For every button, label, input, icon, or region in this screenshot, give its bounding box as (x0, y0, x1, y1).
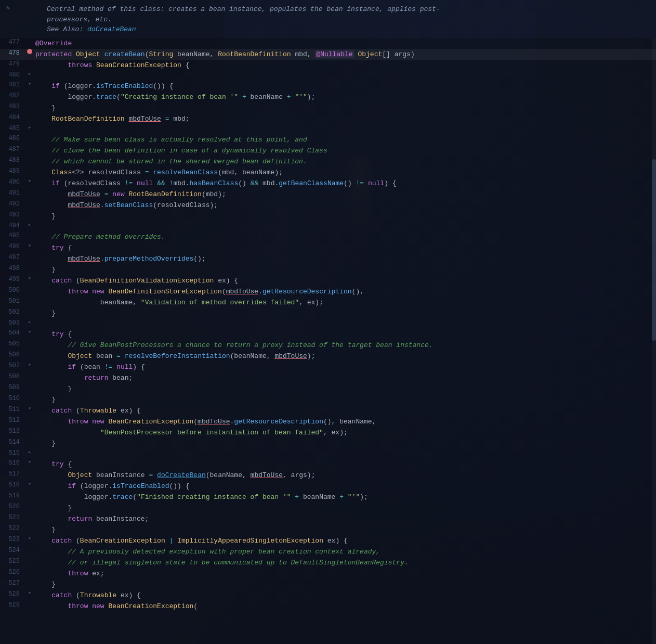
line-content: catch (BeanCreationException | Implicitl… (34, 535, 656, 546)
table-row: 497 mbdToUse.prepareMethodOverrides(); (0, 253, 656, 264)
table-row: 526 throw ex; (0, 568, 656, 579)
table-row: 498 } (0, 264, 656, 275)
table-row: 491 mbdToUse = new RootBeanDefinition(mb… (0, 189, 656, 200)
line-content: @Override (34, 38, 656, 49)
fold-arrow[interactable]: ▸ (28, 319, 31, 325)
line-number: 522 (0, 524, 25, 532)
line-content (34, 449, 656, 450)
line-number: 485 (0, 124, 25, 132)
line-content: Object bean = resolveBeforeInstantiation… (34, 351, 656, 362)
fold-arrow[interactable]: ▾ (28, 590, 31, 596)
line-gutter: ▾ (25, 590, 34, 596)
table-row: 508 return bean; (0, 372, 656, 383)
table-row: 479 throws BeanCreationException { (0, 60, 656, 71)
line-number: 480 (0, 71, 25, 79)
line-content: throw new BeanCreationException(mbdToUse… (34, 416, 656, 427)
line-content: return beanInstance; (34, 513, 656, 524)
table-row: 493 } (0, 211, 656, 222)
fold-arrow[interactable]: ▾ (28, 481, 31, 487)
line-content: mbdToUse.setBeanClass(resolvedClass); (34, 200, 656, 211)
line-content: catch (Throwable ex) { (34, 590, 656, 601)
line-number: 527 (0, 579, 25, 587)
line-number: 523 (0, 535, 25, 543)
fold-arrow[interactable]: ▸ (28, 449, 31, 455)
table-row: 528 ▾ catch (Throwable ex) { (0, 590, 656, 601)
fold-arrow[interactable]: ▾ (28, 275, 31, 281)
line-number: 487 (0, 145, 25, 153)
line-number: 516 (0, 459, 25, 467)
table-row: 506 Object bean = resolveBeforeInstantia… (0, 351, 656, 362)
table-row: 509 } (0, 383, 656, 394)
line-content: // Give BeanPostProcessors a chance to r… (34, 340, 656, 351)
fold-arrow[interactable]: ▾ (28, 242, 31, 249)
fold-arrow[interactable]: ▾ (28, 178, 31, 184)
line-gutter: ▾ (25, 81, 34, 87)
line-number: 524 (0, 546, 25, 554)
fold-arrow[interactable]: ▾ (28, 329, 31, 335)
fold-arrow[interactable]: ▾ (28, 405, 31, 411)
line-gutter: ▾ (25, 275, 34, 281)
line-content: } (34, 579, 656, 590)
line-number: 519 (0, 492, 25, 499)
fold-arrow[interactable]: ▸ (28, 124, 31, 131)
see-also-link[interactable]: doCreateBean (87, 25, 136, 33)
line-number: 494 (0, 222, 25, 229)
line-gutter: ▸ (25, 71, 34, 77)
line-content: // which cannot be stored in the shared … (34, 156, 656, 167)
line-content: logger.trace("Creating instance of bean … (34, 92, 656, 102)
line-number: 521 (0, 513, 25, 521)
fold-arrow[interactable]: ▸ (28, 222, 31, 228)
line-number: 477 (0, 38, 25, 46)
table-row: 507 ▾ if (bean != null) { (0, 362, 656, 372)
line-content: try { (34, 329, 656, 340)
table-row: 485 ▸ (0, 124, 656, 134)
line-number: 497 (0, 253, 25, 261)
line-number: 503 (0, 319, 25, 327)
line-number: 483 (0, 102, 25, 110)
line-content: logger.trace("Finished creating instance… (34, 492, 656, 503)
table-row: 511 ▾ catch (Throwable ex) { (0, 405, 656, 416)
table-row: 499 ▾ catch (BeanDefinitionValidationExc… (0, 275, 656, 286)
table-row: 523 ▾ catch (BeanCreationException | Imp… (0, 535, 656, 546)
line-number: 493 (0, 211, 25, 218)
line-number: 508 (0, 372, 25, 380)
table-row: 481 ▾ if (logger.isTraceEnabled()) { (0, 81, 656, 92)
fold-arrow[interactable]: ▾ (28, 362, 31, 368)
line-number: 511 (0, 405, 25, 413)
fold-arrow[interactable]: ▾ (28, 535, 31, 542)
line-gutter: ▾ (25, 362, 34, 368)
line-number: 488 (0, 156, 25, 164)
code-area[interactable]: 477 @Override 478 protected Object creat… (0, 38, 656, 645)
table-row: 478 protected Object createBean(String b… (0, 49, 656, 60)
line-number: 500 (0, 286, 25, 294)
line-content (34, 222, 656, 223)
line-content: } (34, 438, 656, 449)
line-content: if (logger.isTraceEnabled()) { (34, 81, 656, 92)
table-row: 505 // Give BeanPostProcessors a chance … (0, 340, 656, 351)
line-content: catch (Throwable ex) { (34, 405, 656, 416)
scrollbar[interactable] (652, 38, 656, 645)
line-gutter (25, 49, 34, 54)
breakpoint-indicator (27, 49, 32, 54)
line-gutter: ▸ (25, 449, 34, 455)
table-row: 525 // or illegal singleton state to be … (0, 557, 656, 568)
line-content: } (34, 394, 656, 405)
line-number: 501 (0, 297, 25, 305)
table-row: 502 } (0, 308, 656, 319)
line-content: // Make sure bean class is actually reso… (34, 134, 656, 145)
doc-comment: ✎ Central method of this class: creates … (0, 0, 656, 38)
line-number: 518 (0, 481, 25, 488)
line-content: // or illegal singleton state to be comm… (34, 557, 656, 568)
line-number: 512 (0, 416, 25, 424)
line-content: } (34, 308, 656, 319)
fold-arrow[interactable]: ▸ (28, 71, 31, 77)
edit-icon: ✎ (6, 4, 10, 12)
table-row: 487 // clone the bean definition in case… (0, 145, 656, 156)
scrollbar-thumb[interactable] (652, 159, 656, 341)
line-gutter: ▾ (25, 535, 34, 542)
fold-arrow[interactable]: ▾ (28, 459, 31, 465)
line-number: 489 (0, 167, 25, 175)
fold-arrow[interactable]: ▾ (28, 81, 31, 87)
line-gutter: ▾ (25, 178, 34, 184)
line-content: catch (BeanDefinitionValidationException… (34, 275, 656, 286)
